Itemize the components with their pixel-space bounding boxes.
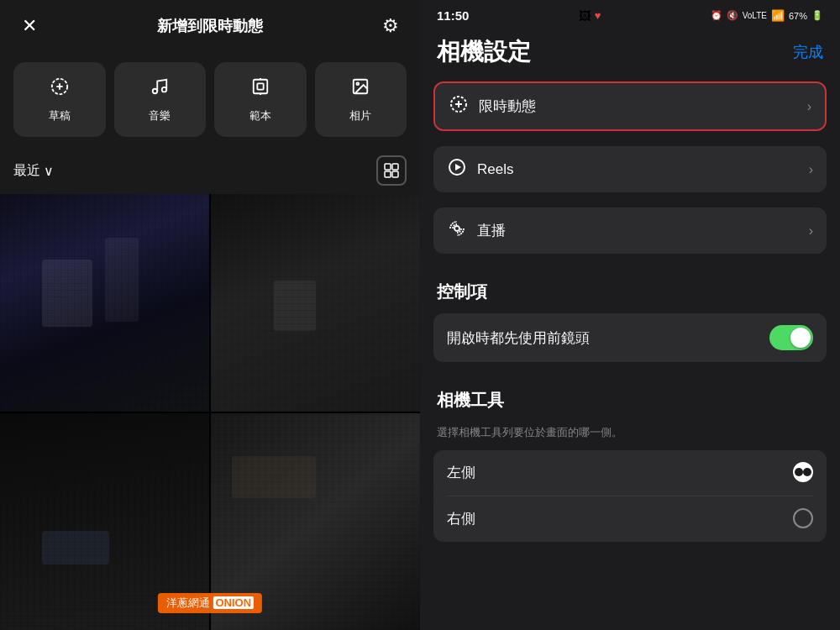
controls-title: 控制項	[433, 274, 827, 313]
svg-rect-6	[257, 83, 263, 89]
svg-marker-19	[455, 164, 461, 171]
volte-label: VoLTE	[743, 11, 767, 20]
svg-point-20	[454, 226, 459, 231]
front-camera-row-left: 開啟時都先使用前鏡頭	[447, 328, 590, 348]
photo-icon	[351, 76, 370, 102]
right-side-radio[interactable]	[793, 508, 813, 528]
music-button[interactable]: 音樂	[114, 62, 207, 137]
heart-icon: ♥	[595, 9, 601, 22]
music-label: 音樂	[149, 108, 171, 123]
brand-name: ONION	[213, 596, 255, 609]
battery-text: 67%	[789, 11, 807, 21]
live-label: 直播	[477, 221, 506, 240]
alarm-icon: ⏰	[711, 10, 722, 21]
battery-icon: 🔋	[811, 10, 823, 21]
svg-point-3	[153, 89, 158, 94]
left-panel-title: 新增到限時動態	[157, 16, 263, 36]
right-panel-title: 相機設定	[437, 36, 531, 68]
filter-bar: 最近 ∨	[0, 147, 420, 194]
left-header: ✕ 新增到限時動態 ⚙	[0, 0, 420, 52]
controls-section: 控制項 開啟時都先使用前鏡頭	[433, 274, 827, 362]
svg-rect-14	[392, 171, 398, 177]
signal-icon: 📶	[771, 9, 785, 22]
svg-rect-5	[254, 80, 268, 94]
right-side-label: 右側	[447, 509, 475, 528]
live-section: 直播 ›	[433, 207, 827, 254]
svg-rect-13	[385, 171, 391, 177]
right-panel: 11:50 🖼 ♥ ⏰ 🔇 VoLTE 📶 67% 🔋 相機設定 完成	[420, 0, 840, 630]
photo-cell-1[interactable]	[0, 194, 209, 412]
template-label: 範本	[249, 108, 271, 123]
filter-text: 最近	[13, 162, 40, 180]
front-camera-label: 開啟時都先使用前鏡頭	[447, 328, 590, 348]
left-side-label: 左側	[447, 463, 475, 482]
quick-actions-bar: 草稿 音樂 範本	[0, 52, 420, 147]
stories-icon	[449, 95, 469, 118]
camera-tools-title: 相機工具	[433, 382, 827, 422]
settings-list: 限時動態 › Reels	[420, 81, 840, 630]
status-right-icons: ⏰ 🔇 VoLTE 📶 67% 🔋	[711, 9, 823, 22]
done-button[interactable]: 完成	[793, 42, 823, 62]
stories-section: 限時動態 ›	[433, 81, 827, 131]
right-header: 相機設定 完成	[420, 28, 840, 81]
live-icon	[447, 219, 467, 242]
photo-button[interactable]: 相片	[315, 62, 407, 137]
photo-grid: 洋蔥網通 ONION	[0, 194, 420, 630]
volume-icon: 🔇	[727, 10, 738, 21]
left-side-row[interactable]: 左側	[433, 450, 827, 494]
reels-icon	[447, 158, 467, 181]
svg-point-4	[162, 87, 167, 92]
filter-chevron: ∨	[44, 163, 54, 179]
svg-rect-12	[392, 164, 398, 170]
reels-row[interactable]: Reels ›	[433, 146, 827, 192]
reels-row-left: Reels	[447, 158, 513, 181]
notification-icon: 🖼	[579, 9, 591, 23]
draft-button[interactable]: 草稿	[13, 62, 106, 137]
right-side-row[interactable]: 右側	[433, 496, 827, 540]
status-time: 11:50	[437, 8, 469, 23]
stories-row[interactable]: 限時動態 ›	[435, 83, 825, 129]
stories-row-left: 限時動態	[449, 95, 536, 118]
stories-chevron: ›	[807, 99, 811, 114]
svg-point-10	[357, 82, 360, 85]
photo-label: 相片	[349, 108, 371, 123]
settings-icon[interactable]: ⚙	[378, 13, 403, 39]
front-camera-toggle[interactable]	[769, 325, 813, 350]
draft-icon	[50, 76, 69, 102]
status-center-icons: 🖼 ♥	[579, 9, 601, 23]
live-row[interactable]: 直播 ›	[433, 207, 827, 254]
left-panel: ✕ 新增到限時動態 ⚙ 草稿 音樂	[0, 0, 420, 630]
camera-tools-section: 相機工具 選擇相機工具列要位於畫面的哪一側。 左側 右側	[433, 382, 827, 542]
reels-chevron: ›	[809, 162, 813, 177]
svg-rect-11	[385, 164, 391, 170]
filter-button[interactable]: 最近 ∨	[13, 162, 54, 180]
reels-label: Reels	[477, 161, 513, 178]
live-row-left: 直播	[447, 219, 506, 242]
left-side-radio[interactable]	[793, 462, 813, 482]
status-bar: 11:50 🖼 ♥ ⏰ 🔇 VoLTE 📶 67% 🔋	[420, 0, 840, 28]
grid-toggle-button[interactable]	[376, 155, 407, 186]
camera-tools-subtitle: 選擇相機工具列要位於畫面的哪一側。	[433, 422, 827, 450]
draft-label: 草稿	[49, 108, 71, 123]
watermark: 洋蔥網通 ONION	[158, 593, 262, 613]
live-chevron: ›	[809, 223, 813, 239]
template-icon	[251, 76, 270, 102]
photo-cell-2[interactable]	[211, 194, 420, 412]
reels-section: Reels ›	[433, 146, 827, 192]
music-icon	[150, 76, 169, 102]
stories-label: 限時動態	[479, 97, 536, 116]
front-camera-row[interactable]: 開啟時都先使用前鏡頭	[433, 313, 827, 362]
close-icon[interactable]: ✕	[17, 13, 42, 39]
template-button[interactable]: 範本	[214, 62, 307, 137]
